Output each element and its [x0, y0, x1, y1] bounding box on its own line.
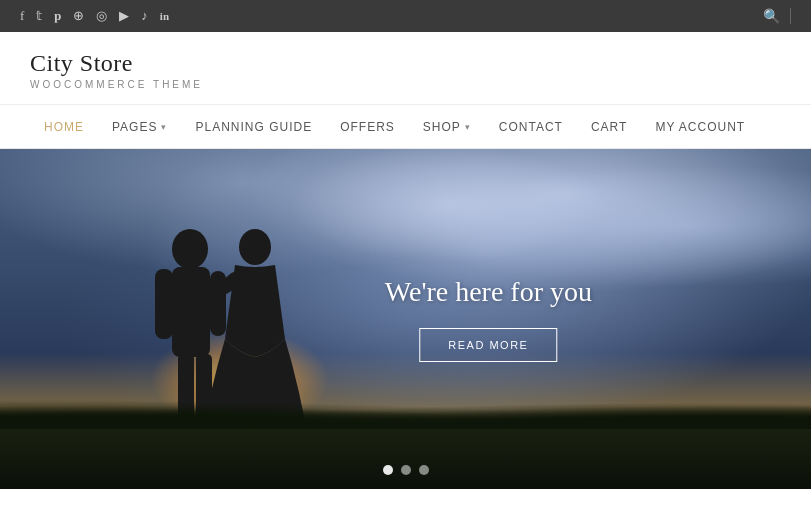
nav-item-planning: PLANNING GUIDE [181, 105, 326, 149]
nav-label-pages: PAGES [112, 120, 157, 134]
reddit-icon[interactable]: ⊕ [73, 8, 84, 24]
nav-item-pages: PAGES ▾ [98, 105, 181, 149]
nav-link-planning[interactable]: PLANNING GUIDE [181, 105, 326, 149]
nav-items-list: HOME PAGES ▾ PLANNING GUIDE OFFERS SHOP … [30, 105, 759, 149]
svg-point-6 [239, 229, 271, 265]
facebook-icon[interactable]: f [20, 8, 24, 24]
site-title[interactable]: City Store [30, 50, 781, 77]
nav-label-home: HOME [44, 120, 84, 134]
site-subtitle: WOOCOMMERCE THEME [30, 79, 781, 90]
svg-rect-1 [172, 267, 210, 357]
nav-label-offers: OFFERS [340, 120, 395, 134]
read-more-button[interactable]: READ MORE [419, 328, 557, 362]
nav-label-cart: CART [591, 120, 627, 134]
nav-link-cart[interactable]: CART [577, 105, 641, 149]
music-icon[interactable]: ♪ [141, 8, 148, 24]
main-navigation: HOME PAGES ▾ PLANNING GUIDE OFFERS SHOP … [0, 105, 811, 149]
nav-label-planning: PLANNING GUIDE [195, 120, 312, 134]
search-icon[interactable]: 🔍 [763, 8, 780, 25]
nav-label-contact: CONTACT [499, 120, 563, 134]
top-bar: f 𝕥 𝐩 ⊕ ◎ ▶ ♪ in 🔍 [0, 0, 811, 32]
top-bar-right: 🔍 [763, 8, 791, 25]
divider [790, 8, 791, 24]
nav-item-home: HOME [30, 105, 98, 149]
slider-dots [383, 465, 429, 475]
nav-link-shop[interactable]: SHOP ▾ [409, 105, 485, 149]
hero-section: We're here for you READ MORE [0, 149, 811, 489]
site-header: City Store WOOCOMMERCE THEME [0, 32, 811, 105]
nav-link-pages[interactable]: PAGES ▾ [98, 105, 181, 149]
instagram-icon[interactable]: ◎ [96, 8, 107, 24]
nav-link-contact[interactable]: CONTACT [485, 105, 577, 149]
dot-2[interactable] [401, 465, 411, 475]
pinterest-icon[interactable]: 𝐩 [54, 8, 61, 24]
social-icons-group: f 𝕥 𝐩 ⊕ ◎ ▶ ♪ in [20, 8, 169, 24]
nav-label-account: MY ACCOUNT [655, 120, 745, 134]
nav-item-account: MY ACCOUNT [641, 105, 759, 149]
nav-link-offers[interactable]: OFFERS [326, 105, 409, 149]
nav-item-cart: CART [577, 105, 641, 149]
nav-item-offers: OFFERS [326, 105, 409, 149]
twitter-icon[interactable]: 𝕥 [36, 8, 42, 24]
ground [0, 429, 811, 489]
dot-3[interactable] [419, 465, 429, 475]
nav-label-shop: SHOP [423, 120, 461, 134]
youtube-icon[interactable]: ▶ [119, 8, 129, 24]
dot-1[interactable] [383, 465, 393, 475]
linkedin-icon[interactable]: in [160, 10, 169, 22]
nav-item-shop: SHOP ▾ [409, 105, 485, 149]
nav-link-home[interactable]: HOME [30, 105, 98, 149]
svg-point-0 [172, 229, 208, 269]
chevron-down-icon: ▾ [161, 122, 167, 132]
chevron-down-icon-shop: ▾ [465, 122, 471, 132]
hero-title: We're here for you [385, 276, 592, 308]
tree-silhouettes [0, 394, 811, 434]
nav-item-contact: CONTACT [485, 105, 577, 149]
hero-content: We're here for you READ MORE [385, 276, 592, 362]
nav-link-account[interactable]: MY ACCOUNT [641, 105, 759, 149]
